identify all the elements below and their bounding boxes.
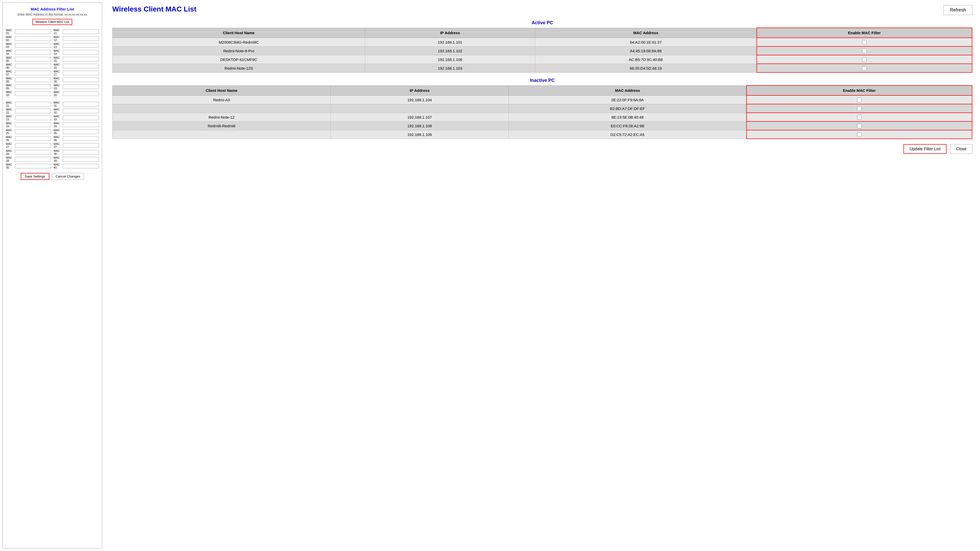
active-checkbox-3[interactable] [862, 57, 867, 62]
mac-input-17[interactable] [63, 71, 99, 75]
mac-input-03[interactable] [15, 43, 51, 48]
inactive-checkbox-2[interactable] [857, 106, 862, 111]
mac-input-22[interactable] [15, 109, 51, 113]
mac-fields-bottom: MAC21: MAC22: MAC23: MAC24: MAC25: MAC26… [6, 101, 99, 170]
active-filter-4[interactable] [757, 64, 972, 73]
update-filter-list-button[interactable]: Update Filter List [904, 144, 947, 154]
active-checkbox-4[interactable] [862, 66, 867, 71]
inactive-hostname-3: Redmi-Note-12 [113, 113, 331, 121]
inactive-col-mac: MAC Address [509, 86, 746, 95]
inactive-filter-2[interactable] [746, 104, 972, 113]
refresh-button[interactable]: Refresh [943, 5, 972, 15]
mac-label-08: MAC08: [6, 77, 15, 83]
mac-input-07[interactable] [15, 71, 51, 75]
active-table-header-row: Client Host Name IP Address MAC Address … [113, 28, 972, 38]
mac-input-28[interactable] [15, 150, 51, 155]
active-ip-2: 192.168.1.102 [365, 46, 535, 55]
mac-input-37[interactable] [63, 143, 99, 148]
mac-row-35: MAC35: [54, 129, 99, 135]
mac-input-18[interactable] [63, 78, 99, 82]
mac-input-23[interactable] [15, 116, 51, 120]
active-filter-3[interactable] [757, 55, 972, 64]
active-filter-1[interactable] [757, 38, 972, 46]
mac-input-34[interactable] [63, 122, 99, 127]
mac-input-14[interactable] [63, 50, 99, 55]
inactive-ip-1: 192.168.1.104 [331, 95, 509, 104]
mac-input-25[interactable] [15, 129, 51, 134]
cancel-changes-button[interactable]: Cancel Changes [52, 173, 84, 180]
mac-row-15: MAC15: [54, 56, 99, 62]
mac-label-28: MAC28: [6, 149, 15, 156]
mac-input-20[interactable] [63, 91, 99, 96]
mac-row-04: MAC04: [6, 49, 51, 56]
mac-input-15[interactable] [63, 57, 99, 62]
active-hostname-3: DESKTOP-61CMF9C [113, 55, 365, 64]
mac-input-05[interactable] [15, 57, 51, 62]
mac-label-17: MAC17: [54, 70, 63, 76]
active-checkbox-1[interactable] [862, 40, 867, 44]
mac-input-11[interactable] [63, 29, 99, 34]
inactive-ip-5: 192.168.1.109 [331, 130, 509, 139]
mac-input-02[interactable] [15, 36, 51, 41]
mac-input-08[interactable] [15, 78, 51, 82]
mac-input-13[interactable] [63, 43, 99, 48]
mac-input-38[interactable] [63, 150, 99, 155]
mac-input-35[interactable] [63, 129, 99, 134]
page-title: Wireless Client MAC List [112, 5, 197, 13]
mac-input-26[interactable] [15, 136, 51, 141]
mac-label-04: MAC04: [6, 49, 15, 56]
inactive-hostname-5 [113, 130, 331, 139]
mac-input-24[interactable] [15, 122, 51, 127]
mac-column-3: MAC21: MAC22: MAC23: MAC24: MAC25: MAC26… [6, 101, 51, 170]
mac-input-36[interactable] [63, 136, 99, 141]
active-hostname-4: Redmi-Note-12S [113, 64, 365, 73]
mac-input-21[interactable] [15, 102, 51, 106]
mac-input-29[interactable] [15, 157, 51, 162]
mac-input-12[interactable] [63, 36, 99, 41]
mac-row-02: MAC02: [6, 35, 51, 41]
mac-row-05: MAC05: [6, 56, 51, 62]
table-row: Redmi-Note-12S 192.168.1.103 86:35:D4:5D… [113, 64, 972, 73]
active-filter-2[interactable] [757, 46, 972, 55]
mac-input-27[interactable] [15, 143, 51, 148]
inactive-checkbox-1[interactable] [857, 98, 862, 102]
mac-label-36: MAC36: [54, 135, 63, 141]
mac-input-33[interactable] [63, 116, 99, 120]
mac-input-09[interactable] [15, 84, 51, 89]
mac-input-31[interactable] [63, 102, 99, 106]
mac-row-24: MAC24: [6, 122, 51, 128]
mac-row-22: MAC22: [6, 108, 51, 114]
save-settings-button[interactable]: Save Settings [21, 173, 49, 180]
inactive-checkbox-5[interactable] [857, 132, 862, 137]
mac-label-35: MAC35: [54, 129, 63, 135]
mac-label-15: MAC15: [54, 56, 63, 62]
table-row: Redmi-Note-8-Pro 192.168.1.102 A4:45:19:… [113, 46, 972, 55]
mac-input-06[interactable] [15, 64, 51, 68]
active-checkbox-2[interactable] [862, 49, 867, 53]
mac-input-01[interactable] [15, 29, 51, 34]
inactive-checkbox-3[interactable] [857, 115, 862, 120]
mac-row-19: MAC19: [54, 84, 99, 90]
table-row: M2006C3MG-Redmi9C 192.168.1.101 64:A2:00… [113, 38, 972, 46]
inactive-ip-4: 192.168.1.108 [331, 121, 509, 130]
mac-input-39[interactable] [63, 157, 99, 162]
mac-row-32: MAC32: [54, 108, 99, 114]
active-mac-4: 86:35:D4:5D:48:19 [535, 64, 756, 73]
mac-input-30[interactable] [15, 164, 51, 168]
inactive-checkbox-4[interactable] [857, 124, 862, 128]
mac-row-36: MAC36: [54, 135, 99, 141]
mac-input-19[interactable] [63, 84, 99, 89]
wireless-client-mac-list-button[interactable]: Wireless Client MAC List [32, 19, 72, 25]
mac-input-10[interactable] [15, 91, 51, 96]
close-button[interactable]: Close [950, 144, 972, 154]
mac-input-04[interactable] [15, 50, 51, 55]
mac-input-40[interactable] [63, 164, 99, 168]
inactive-hostname-4: Redmi8-Redmi8 [113, 121, 331, 130]
inactive-filter-3[interactable] [746, 113, 972, 121]
inactive-filter-1[interactable] [746, 95, 972, 104]
mac-input-16[interactable] [63, 64, 99, 68]
inactive-filter-5[interactable] [746, 130, 972, 139]
mac-row-01: MAC01: [6, 29, 51, 35]
inactive-filter-4[interactable] [746, 121, 972, 130]
mac-input-32[interactable] [63, 109, 99, 113]
